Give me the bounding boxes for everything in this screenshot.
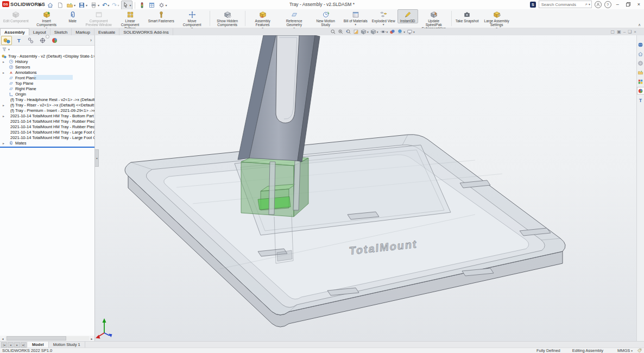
tree-item-annotations[interactable]: ▸Annotations [0, 70, 94, 75]
search-commands-box[interactable]: ⌕ ▾ [539, 1, 592, 8]
tab-model[interactable]: Model [28, 342, 49, 348]
ribbon-button-smart-fasteners[interactable]: Smart Fasteners [146, 9, 176, 23]
tree-horizontal-scrollbar[interactable]: ◂ ▸ [0, 336, 94, 341]
scroll-right-icon[interactable]: ▸ [89, 337, 94, 341]
search-icon[interactable]: ⌕ [585, 2, 587, 7]
ribbon-button-update-speedpak[interactable]: Update SpeedPak Subassemblies [418, 9, 450, 31]
file-properties-button[interactable] [147, 1, 156, 10]
doc-tile-icon[interactable]: ▢ [611, 29, 615, 34]
tree-item-mates[interactable]: ▸Mates [0, 140, 94, 146]
ribbon-button-mate[interactable]: Mate [62, 9, 83, 23]
ribbon-button-edit-component[interactable]: Edit Component [1, 9, 31, 23]
panel-expand-arrow-icon[interactable]: › [90, 37, 93, 43]
tree-item-riser[interactable]: ▸(f) Tray - Riser - v2<1> ->x (Default) … [0, 102, 94, 108]
filter-caret-icon[interactable]: ▾ [8, 48, 10, 51]
display-style-button[interactable]: ▾ [370, 29, 378, 35]
solidworks-resources-button[interactable] [637, 50, 644, 58]
tree-item-rubber-pieces-2[interactable]: 2021-10-14 TotalMount HM Tray - Rubber P… [0, 124, 94, 129]
tree-item-large-foot-2[interactable]: 2021-10-14 TotalMount HM Tray - Large Fo… [0, 135, 94, 140]
zoom-to-fit-button[interactable] [330, 29, 336, 35]
rollback-bar[interactable] [0, 147, 94, 148]
custom-properties-button[interactable] [637, 96, 644, 104]
tree-item-rubber-pieces-1[interactable]: 2021-10-14 TotalMount HM Tray - Rubber P… [0, 118, 94, 124]
configurationmanager-tab[interactable] [25, 36, 36, 45]
next-tab-icon[interactable]: ▸ [14, 342, 20, 348]
help-button[interactable]: ? [604, 1, 611, 8]
ribbon-button-new-motion-study[interactable]: New Motion Study [310, 9, 342, 27]
zoom-to-area-button[interactable] [338, 29, 344, 35]
ribbon-button-reference-geometry[interactable]: Reference Geometry▾ [279, 9, 310, 30]
tab-assembly[interactable]: Assembly [0, 28, 29, 35]
view-orientation-button[interactable]: ▾ [361, 29, 369, 35]
tree-item-headphone-rest[interactable]: (f) Tray - Headphone Rest - v2<1> ->x (D… [0, 97, 94, 102]
scroll-left-icon[interactable]: ◂ [0, 337, 5, 341]
tree-item-origin[interactable]: Origin [0, 91, 94, 97]
doc-cascade-icon[interactable]: ▣ [617, 29, 621, 34]
filter-funnel-icon[interactable] [2, 47, 7, 52]
save-button[interactable]: ▾ [77, 1, 89, 10]
edit-appearance-button[interactable] [389, 29, 395, 35]
expander-icon[interactable]: ▸ [3, 141, 4, 145]
tree-item-bottom-part[interactable]: ▸2021-10-14 TotalMount HM Tray - Bottom … [0, 113, 94, 118]
home-button[interactable] [46, 1, 55, 10]
tree-item-assembly-root[interactable]: Tray - Assembly - v2 (Default) <Display … [0, 53, 94, 59]
tab-markup[interactable]: Markup [72, 28, 94, 35]
units-dropdown[interactable]: MMGS ▾ [617, 348, 633, 353]
doc-minimize-button[interactable]: – [623, 29, 626, 34]
select-button[interactable]: ▾ [121, 1, 132, 10]
ribbon-button-show-hidden-components[interactable]: Show Hidden Components [212, 9, 243, 27]
undo-button[interactable]: ↶▾ [101, 1, 110, 9]
ribbon-button-take-snapshot[interactable]: Take Snapshot [453, 9, 481, 23]
tab-evaluate[interactable]: Evaluate [94, 28, 119, 35]
featuremanager-tree-tab[interactable] [1, 36, 12, 45]
riser-arm[interactable] [238, 35, 320, 162]
redo-button[interactable]: ↷▾ [111, 1, 120, 9]
new-document-button[interactable] [55, 1, 65, 10]
search-caret-icon[interactable]: ▾ [589, 3, 590, 6]
design-library-button[interactable] [637, 59, 644, 67]
panel-splitter-dot[interactable] [46, 35, 49, 39]
expander-icon[interactable]: ▸ [3, 103, 4, 107]
login-user-button[interactable] [595, 1, 602, 8]
collapse-ribbon-icon[interactable]: ∧ [638, 23, 641, 27]
tree-item-history[interactable]: ▸History [0, 59, 94, 64]
tab-motion-study-1[interactable]: Motion Study 1 [49, 342, 85, 348]
tab-solidworks-add-ins[interactable]: SOLIDWORKS Add-Ins [119, 28, 173, 35]
doc-close-button[interactable]: × [634, 29, 636, 34]
ribbon-button-instant3d[interactable]: Instant3D [397, 9, 418, 23]
ribbon-button-large-assembly-settings[interactable]: Large Assembly Settings▾ [481, 9, 513, 30]
tree-item-front-plane[interactable]: Front Plane [0, 75, 94, 80]
expander-icon[interactable]: ▸ [3, 60, 4, 64]
tab-sketch[interactable]: Sketch [50, 28, 72, 35]
tree-item-top-plane[interactable]: Top Plane [0, 80, 94, 86]
marketplace-button[interactable] [637, 41, 644, 48]
panel-splitter-handle[interactable]: ◂ [95, 149, 99, 167]
ribbon-button-bill-of-materials[interactable]: Bill of Materials▾ [342, 9, 370, 26]
ribbon-button-assembly-features[interactable]: Assembly Features▾ [247, 9, 279, 30]
apply-scene-button[interactable]: ▾ [397, 29, 405, 35]
displaymanager-tab[interactable] [49, 36, 60, 45]
tree-item-right-plane[interactable]: Right Plane [0, 86, 94, 91]
last-tab-icon[interactable]: ▸| [21, 342, 27, 348]
rebuild-button[interactable] [137, 1, 147, 10]
menu-flyout-arrow-icon[interactable]: ▶ [39, 2, 42, 7]
ribbon-button-exploded-view[interactable]: Exploded View▾ [370, 9, 397, 26]
view-palette-button[interactable] [637, 78, 644, 85]
tree-item-premium-insert[interactable]: (f) Tray - Premium - Insert - 2021-09-29… [0, 108, 94, 113]
tags-button[interactable] [637, 348, 642, 353]
ribbon-button-insert-components[interactable]: Insert Components▾ [31, 9, 62, 30]
options-button[interactable]: ▾ [157, 1, 168, 10]
prev-tab-icon[interactable]: ◂ [8, 342, 14, 348]
search-input[interactable] [540, 2, 584, 8]
section-view-button[interactable] [353, 29, 359, 35]
first-tab-icon[interactable]: |◂ [1, 342, 7, 348]
print-button[interactable]: ▾ [89, 1, 100, 10]
scrollbar-track[interactable] [5, 336, 89, 341]
expander-icon[interactable]: ▸ [3, 71, 4, 74]
restore-button[interactable] [624, 2, 633, 7]
graphics-viewport[interactable]: TotalMount [95, 35, 636, 342]
scrollbar-thumb[interactable] [7, 336, 66, 341]
file-explorer-button[interactable] [637, 68, 644, 76]
tree-item-sensors[interactable]: Sensors [0, 64, 94, 70]
hide-show-items-button[interactable]: ▾ [380, 29, 388, 35]
